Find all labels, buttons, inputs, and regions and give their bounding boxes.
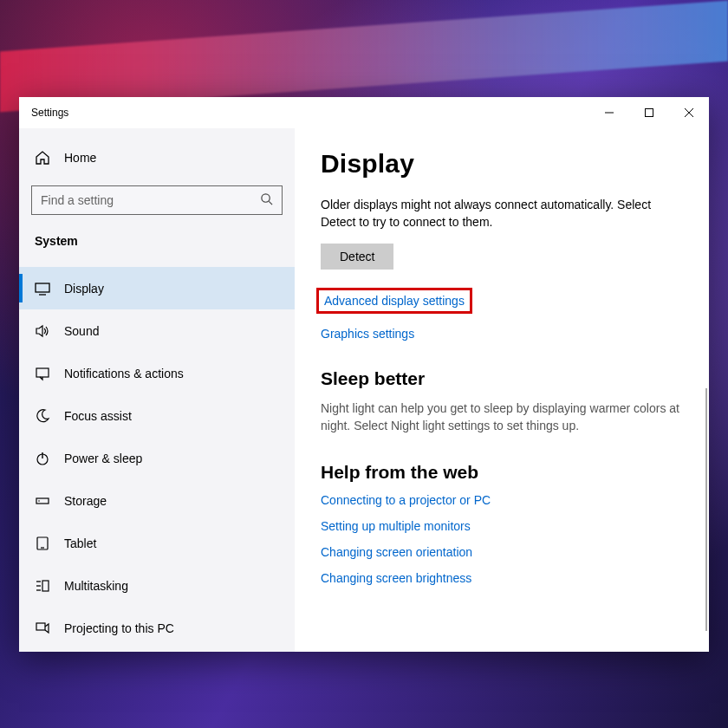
detect-button[interactable]: Detect (321, 244, 393, 270)
help-link-brightness[interactable]: Changing screen brightness (321, 571, 683, 585)
window-controls (589, 97, 709, 128)
monitor-icon (35, 281, 50, 296)
sidebar-item-notifications[interactable]: Notifications & actions (19, 352, 295, 394)
maximize-icon (645, 108, 653, 117)
search-input[interactable] (41, 193, 260, 207)
search-box[interactable] (31, 185, 283, 215)
content-pane: Display Older displays might not always … (295, 128, 709, 652)
moon-icon (35, 408, 50, 424)
sidebar-item-label: Sound (64, 324, 99, 338)
titlebar: Settings (19, 97, 709, 128)
svg-rect-18 (42, 581, 49, 591)
sidebar-item-storage[interactable]: Storage (19, 479, 295, 522)
tablet-icon (35, 536, 50, 551)
sidebar-item-projecting[interactable]: Projecting to this PC (19, 607, 295, 649)
project-icon (35, 621, 50, 636)
svg-rect-8 (36, 368, 49, 377)
svg-rect-19 (36, 623, 45, 630)
storage-icon (35, 493, 50, 509)
sound-icon (35, 323, 50, 339)
multitask-icon (35, 578, 50, 594)
minimize-button[interactable] (589, 97, 629, 128)
help-link-projector[interactable]: Connecting to a projector or PC (321, 493, 683, 507)
sidebar-home-label: Home (64, 151, 96, 165)
desktop-background: Settings Home (0, 0, 728, 728)
sleep-better-desc: Night light can help you get to sleep by… (321, 400, 683, 435)
sidebar-item-label: Focus assist (64, 409, 132, 423)
close-icon (685, 108, 693, 117)
settings-window: Settings Home (19, 97, 709, 652)
sidebar-home[interactable]: Home (19, 139, 295, 177)
sidebar-item-tablet[interactable]: Tablet (19, 522, 295, 564)
page-heading: Display (321, 149, 683, 179)
sidebar-item-label: Multitasking (64, 579, 128, 593)
graphics-settings-link[interactable]: Graphics settings (321, 327, 683, 341)
maximize-button[interactable] (629, 97, 669, 128)
advanced-display-settings-link[interactable]: Advanced display settings (321, 292, 468, 309)
help-link-multiple-monitors[interactable]: Setting up multiple monitors (321, 519, 683, 533)
wallpaper-neon (0, 1, 728, 113)
power-icon (35, 451, 50, 466)
sidebar-item-label: Power & sleep (64, 452, 142, 465)
notification-icon (35, 366, 50, 381)
sidebar-item-power-sleep[interactable]: Power & sleep (19, 437, 295, 479)
sidebar-item-multitasking[interactable]: Multitasking (19, 564, 295, 607)
help-web-heading: Help from the web (321, 462, 683, 483)
svg-point-4 (262, 194, 270, 202)
sidebar-section-label: System (19, 227, 295, 260)
svg-rect-1 (646, 109, 653, 117)
svg-rect-6 (36, 283, 49, 292)
search-wrap (19, 185, 295, 227)
sidebar-item-label: Projecting to this PC (64, 621, 174, 635)
scrollbar[interactable] (705, 388, 707, 631)
close-button[interactable] (669, 97, 709, 128)
help-link-orientation[interactable]: Changing screen orientation (321, 545, 683, 559)
sidebar-item-focus-assist[interactable]: Focus assist (19, 394, 295, 437)
svg-line-5 (269, 201, 272, 205)
minimize-icon (605, 108, 614, 117)
home-icon (35, 150, 50, 166)
search-icon (260, 192, 273, 208)
window-body: Home System Display (19, 128, 709, 652)
svg-rect-11 (36, 498, 49, 504)
sidebar-item-label: Notifications & actions (64, 367, 184, 380)
sleep-better-heading: Sleep better (321, 368, 683, 389)
sidebar-item-label: Storage (64, 494, 107, 508)
sidebar-item-label: Tablet (64, 536, 96, 550)
older-displays-text: Older displays might not always connect … (321, 196, 683, 231)
window-title: Settings (31, 107, 68, 119)
sidebar-item-label: Display (64, 282, 104, 296)
sidebar: Home System Display (19, 128, 295, 652)
svg-point-12 (38, 500, 40, 502)
sidebar-item-display[interactable]: Display (19, 267, 295, 309)
sidebar-item-sound[interactable]: Sound (19, 309, 295, 352)
